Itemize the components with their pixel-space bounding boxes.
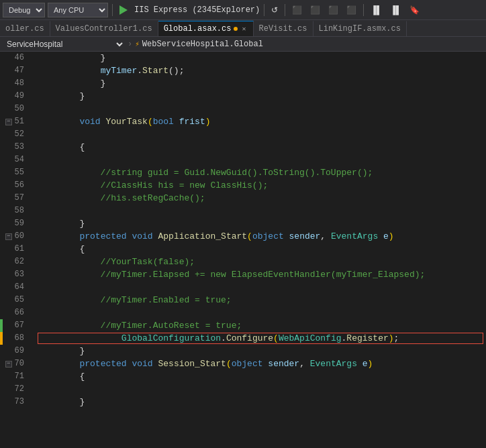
code-content-73: }: [38, 396, 85, 408]
line-number-text-73: 73: [15, 396, 24, 408]
line-num-54: 54: [0, 154, 30, 166]
tab-modified-dot: [234, 27, 238, 31]
line-indicator-73: [0, 396, 3, 408]
code-line-54: [38, 154, 486, 166]
code-content-60: protected void Application_Start(object …: [38, 230, 394, 243]
toolbar: Debug Any CPU IIS Express (2345Explorer)…: [0, 0, 486, 20]
line-indicator-63: [0, 268, 3, 281]
code-line-63: //myTimer.Elapsed += new ElapsedEventHan…: [38, 268, 486, 281]
fold-button-60[interactable]: −: [5, 233, 12, 240]
line-indicator-51: [0, 115, 3, 128]
line-number-text-68: 68: [15, 332, 24, 345]
line-number-text-59: 59: [15, 217, 24, 230]
code-content-57: //his.setRegCache();: [38, 192, 205, 205]
toolbar-btn-7[interactable]: 🔖: [407, 3, 422, 17]
code-line-71: {: [38, 370, 486, 383]
code-line-62: ✏ //YourTask(false);: [38, 256, 486, 268]
code-line-56: //ClassHis his = new ClassHis();: [38, 179, 486, 192]
code-line-59: }: [38, 217, 486, 230]
tab-oller[interactable]: oller.cs: [0, 21, 50, 36]
code-line-65: //myTimer.Enabled = true;: [38, 294, 486, 306]
tab-valuescontroller[interactable]: ValuesController1.cs: [50, 21, 158, 36]
start-button[interactable]: [117, 3, 130, 17]
code-content-65: //myTimer.Enabled = true;: [38, 294, 232, 306]
code-line-70: protected void Session_Start(object send…: [38, 357, 486, 370]
toolbar-btn-1[interactable]: ⬛: [289, 3, 305, 17]
code-content-55: //string guid = Guid.NewGuid().ToString(…: [38, 166, 373, 179]
line-num-65: 65: [0, 294, 30, 306]
line-num-60: −60: [0, 230, 30, 243]
line-number-text-54: 54: [15, 154, 24, 166]
tab-linkingif[interactable]: LinKingIF.asmx.cs: [313, 21, 407, 36]
line-num-46: 46: [0, 52, 30, 64]
line-indicator-56: [0, 179, 3, 192]
line-number-text-57: 57: [15, 192, 24, 205]
code-line-49: }: [38, 90, 486, 103]
restart-button[interactable]: ↺: [269, 3, 281, 17]
code-content-66: [38, 306, 43, 319]
tab-revisit-label: ReVisit.cs: [259, 24, 307, 34]
line-num-72: 72: [0, 383, 30, 396]
line-num-70: −70: [0, 357, 30, 370]
code-content-54: [38, 154, 43, 166]
line-number-text-63: 63: [15, 268, 24, 281]
tab-valuescontroller-label: ValuesController1.cs: [56, 24, 152, 34]
code-content-64: [38, 281, 43, 294]
line-indicator-58: [0, 205, 3, 217]
line-indicator-60: [0, 230, 3, 243]
line-indicator-61: [0, 243, 3, 256]
code-line-46: }: [38, 52, 486, 64]
toolbar-btn-6[interactable]: ▐▌: [387, 3, 404, 17]
line-num-50: 50: [0, 103, 30, 115]
line-number-text-47: 47: [15, 64, 24, 77]
code-content-70: protected void Session_Start(object send…: [38, 357, 373, 370]
line-num-68: 68: [0, 332, 30, 345]
toolbar-btn-4[interactable]: ⬛: [344, 3, 359, 17]
line-number-text-61: 61: [15, 243, 24, 256]
code-content-61: {: [38, 243, 85, 256]
line-number-text-65: 65: [15, 294, 24, 306]
line-num-67: 67: [0, 319, 30, 332]
tab-global[interactable]: Global.asax.cs ✕: [158, 21, 254, 36]
line-num-49: 49: [0, 90, 30, 103]
toolbar-btn-5[interactable]: ▐▌: [368, 3, 385, 17]
code-content-46: }: [38, 52, 105, 64]
line-number-text-50: 50: [15, 103, 24, 115]
tab-close-button[interactable]: ✕: [240, 24, 247, 34]
line-number-text-49: 49: [15, 90, 24, 103]
line-number-text-51: 51: [15, 115, 24, 128]
breadcrumb-namespace-select[interactable]: ServiceHospital: [4, 38, 125, 51]
code-content-67: //myTimer.AutoReset = true;: [38, 319, 242, 332]
code-line-58: [38, 205, 486, 217]
line-num-52: 52: [0, 128, 30, 141]
line-number-text-55: 55: [15, 166, 24, 179]
toolbar-btn-3[interactable]: ⬛: [326, 3, 341, 17]
line-number-text-64: 64: [15, 281, 24, 294]
breadcrumb-bar: ServiceHospital › ⚡ WebServiceHospital.G…: [0, 37, 486, 52]
toolbar-btn-2[interactable]: ⬛: [307, 3, 323, 17]
separator-4: [363, 4, 364, 16]
line-num-57: 57: [0, 192, 30, 205]
fold-button-51[interactable]: −: [5, 119, 12, 125]
tab-revisit[interactable]: ReVisit.cs: [254, 21, 313, 36]
fold-button-70[interactable]: −: [5, 361, 12, 368]
line-number-text-69: 69: [15, 345, 24, 357]
code-line-51: void YourTask(bool frist): [38, 115, 486, 128]
debug-dropdown[interactable]: Debug: [3, 3, 45, 17]
code-area[interactable]: } myTimer.Start(); } } void YourTask(boo…: [35, 52, 486, 448]
code-content-53: {: [38, 141, 85, 154]
line-indicator-72: [0, 383, 3, 396]
code-line-67: //myTimer.AutoReset = true;: [38, 319, 486, 332]
breadcrumb-class-label: WebServiceHospital.Global: [142, 40, 263, 49]
code-content-51: void YourTask(bool frist): [38, 115, 211, 128]
cpu-dropdown[interactable]: Any CPU: [48, 3, 108, 17]
line-indicator-49: [0, 90, 3, 103]
line-num-63: 63: [0, 268, 30, 281]
code-content-50: [38, 103, 43, 115]
line-num-56: 56: [0, 179, 30, 192]
line-indicator-66: [0, 306, 3, 319]
line-indicator-70: [0, 357, 3, 370]
line-num-71: 71: [0, 370, 30, 383]
separator-3: [285, 4, 285, 16]
line-num-48: 48: [0, 77, 30, 90]
